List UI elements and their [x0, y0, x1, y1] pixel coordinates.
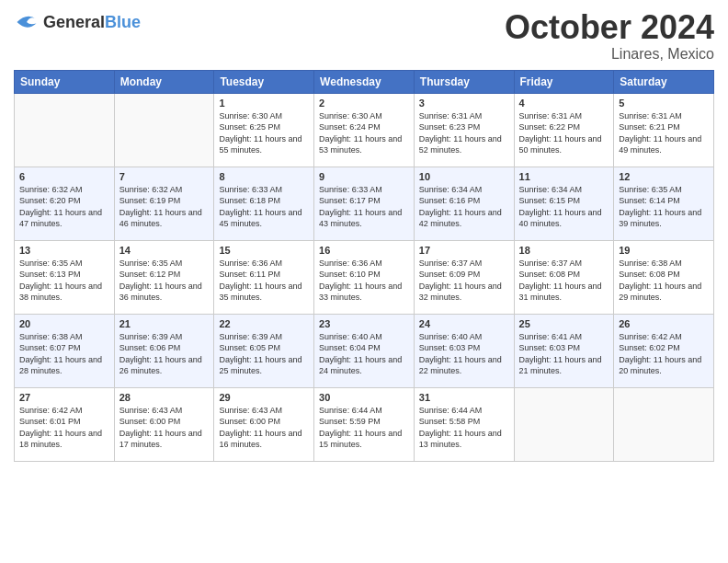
header-saturday: Saturday [614, 70, 714, 93]
day-detail: Sunset: 6:07 PM [19, 343, 81, 352]
logo-icon [14, 9, 40, 35]
day-info: Sunrise: 6:44 AMSunset: 5:58 PMDaylight:… [419, 405, 509, 451]
day-detail: Sunrise: 6:35 AM [19, 259, 83, 268]
day-info: Sunrise: 6:38 AMSunset: 6:08 PMDaylight:… [619, 258, 709, 304]
day-detail: Sunset: 6:19 PM [119, 196, 181, 205]
day-number: 29 [219, 392, 309, 403]
day-info: Sunrise: 6:44 AMSunset: 5:59 PMDaylight:… [319, 405, 409, 451]
day-detail: Sunset: 6:04 PM [319, 343, 381, 352]
day-detail: Daylight: 11 hours and 53 minutes. [319, 134, 402, 155]
day-info: Sunrise: 6:39 AMSunset: 6:05 PMDaylight:… [219, 331, 309, 377]
day-info: Sunrise: 6:33 AMSunset: 6:18 PMDaylight:… [219, 184, 309, 230]
day-detail: Sunrise: 6:38 AM [19, 332, 83, 341]
day-detail: Daylight: 11 hours and 45 minutes. [219, 208, 301, 229]
table-row: 6Sunrise: 6:32 AMSunset: 6:20 PMDaylight… [15, 167, 115, 240]
day-detail: Sunrise: 6:35 AM [119, 259, 183, 268]
day-info: Sunrise: 6:35 AMSunset: 6:14 PMDaylight:… [619, 184, 709, 230]
day-number: 26 [619, 318, 709, 329]
day-detail: Daylight: 11 hours and 32 minutes. [419, 282, 502, 303]
day-detail: Daylight: 11 hours and 22 minutes. [419, 355, 502, 376]
day-detail: Sunrise: 6:44 AM [419, 406, 483, 415]
day-detail: Sunset: 6:03 PM [519, 343, 581, 352]
day-number: 21 [119, 318, 210, 329]
day-detail: Sunset: 6:18 PM [219, 196, 280, 205]
day-info: Sunrise: 6:31 AMSunset: 6:23 PMDaylight:… [419, 110, 509, 156]
table-row: 2Sunrise: 6:30 AMSunset: 6:24 PMDaylight… [314, 93, 415, 167]
table-row [15, 93, 115, 167]
day-detail: Sunrise: 6:41 AM [519, 332, 583, 341]
day-detail: Daylight: 11 hours and 39 minutes. [619, 208, 701, 229]
table-row: 29Sunrise: 6:43 AMSunset: 6:00 PMDayligh… [214, 387, 314, 461]
day-number: 9 [319, 171, 409, 182]
table-row: 30Sunrise: 6:44 AMSunset: 5:59 PMDayligh… [314, 387, 415, 461]
day-detail: Daylight: 11 hours and 40 minutes. [519, 208, 602, 229]
day-info: Sunrise: 6:36 AMSunset: 6:11 PMDaylight:… [219, 258, 309, 304]
day-detail: Daylight: 11 hours and 21 minutes. [519, 355, 602, 376]
day-detail: Daylight: 11 hours and 43 minutes. [319, 208, 402, 229]
day-detail: Sunset: 5:59 PM [319, 417, 381, 426]
day-detail: Sunrise: 6:38 AM [619, 259, 682, 268]
day-info: Sunrise: 6:38 AMSunset: 6:07 PMDaylight:… [19, 331, 109, 377]
day-detail: Sunrise: 6:33 AM [319, 185, 382, 194]
day-info: Sunrise: 6:30 AMSunset: 6:24 PMDaylight:… [319, 110, 409, 156]
day-number: 14 [119, 245, 210, 256]
header: GeneralBlue October 2024 Linares, Mexico [14, 9, 714, 63]
day-detail: Sunset: 6:11 PM [219, 270, 280, 279]
day-detail: Sunset: 6:13 PM [19, 270, 81, 279]
day-detail: Sunrise: 6:42 AM [19, 406, 83, 415]
table-row: 3Sunrise: 6:31 AMSunset: 6:23 PMDaylight… [414, 93, 514, 167]
header-tuesday: Tuesday [214, 70, 314, 93]
location-title: Linares, Mexico [505, 46, 714, 63]
table-row: 7Sunrise: 6:32 AMSunset: 6:19 PMDaylight… [114, 167, 214, 240]
day-detail: Daylight: 11 hours and 17 minutes. [119, 429, 202, 450]
day-detail: Daylight: 11 hours and 24 minutes. [319, 355, 402, 376]
header-sunday: Sunday [15, 70, 115, 93]
calendar-week-row: 6Sunrise: 6:32 AMSunset: 6:20 PMDaylight… [15, 167, 714, 240]
day-info: Sunrise: 6:37 AMSunset: 6:08 PMDaylight:… [519, 258, 609, 304]
day-detail: Daylight: 11 hours and 31 minutes. [519, 282, 602, 303]
calendar: Sunday Monday Tuesday Wednesday Thursday… [14, 70, 714, 462]
day-detail: Daylight: 11 hours and 20 minutes. [619, 355, 701, 376]
day-number: 30 [319, 392, 409, 403]
day-detail: Sunrise: 6:42 AM [619, 332, 682, 341]
day-detail: Sunset: 6:22 PM [519, 122, 581, 132]
day-detail: Sunrise: 6:44 AM [319, 406, 382, 415]
day-number: 11 [519, 171, 609, 182]
day-detail: Sunset: 6:06 PM [119, 343, 181, 352]
day-detail: Sunrise: 6:31 AM [419, 111, 483, 121]
day-detail: Sunrise: 6:36 AM [319, 259, 382, 268]
day-detail: Sunrise: 6:34 AM [419, 185, 483, 194]
day-info: Sunrise: 6:40 AMSunset: 6:04 PMDaylight:… [319, 331, 409, 377]
day-detail: Sunset: 6:00 PM [119, 417, 181, 426]
table-row: 4Sunrise: 6:31 AMSunset: 6:22 PMDaylight… [514, 93, 614, 167]
table-row: 28Sunrise: 6:43 AMSunset: 6:00 PMDayligh… [114, 387, 214, 461]
day-detail: Sunrise: 6:34 AM [519, 185, 583, 194]
day-info: Sunrise: 6:31 AMSunset: 6:21 PMDaylight:… [619, 110, 709, 156]
day-detail: Sunrise: 6:40 AM [319, 332, 382, 341]
day-info: Sunrise: 6:43 AMSunset: 6:00 PMDaylight:… [219, 405, 309, 451]
day-detail: Daylight: 11 hours and 13 minutes. [419, 429, 502, 450]
day-number: 8 [219, 171, 309, 182]
table-row: 11Sunrise: 6:34 AMSunset: 6:15 PMDayligh… [514, 167, 614, 240]
day-number: 15 [219, 245, 309, 256]
header-friday: Friday [514, 70, 614, 93]
day-detail: Daylight: 11 hours and 33 minutes. [319, 282, 402, 303]
table-row [114, 93, 214, 167]
day-detail: Sunset: 6:02 PM [619, 343, 680, 352]
day-info: Sunrise: 6:35 AMSunset: 6:12 PMDaylight:… [119, 258, 210, 304]
day-detail: Sunrise: 6:33 AM [219, 185, 282, 194]
day-detail: Sunset: 6:00 PM [219, 417, 280, 426]
day-number: 31 [419, 392, 509, 403]
day-detail: Sunset: 6:08 PM [519, 270, 581, 279]
header-thursday: Thursday [414, 70, 514, 93]
day-info: Sunrise: 6:32 AMSunset: 6:19 PMDaylight:… [119, 184, 210, 230]
logo: GeneralBlue [14, 9, 141, 35]
day-info: Sunrise: 6:43 AMSunset: 6:00 PMDaylight:… [119, 405, 210, 451]
table-row: 13Sunrise: 6:35 AMSunset: 6:13 PMDayligh… [15, 240, 115, 314]
calendar-header-row: Sunday Monday Tuesday Wednesday Thursday… [15, 70, 714, 93]
day-detail: Sunrise: 6:37 AM [519, 259, 583, 268]
calendar-week-row: 1Sunrise: 6:30 AMSunset: 6:25 PMDaylight… [15, 93, 714, 167]
day-detail: Daylight: 11 hours and 18 minutes. [19, 429, 102, 450]
day-detail: Daylight: 11 hours and 16 minutes. [219, 429, 301, 450]
day-detail: Daylight: 11 hours and 50 minutes. [519, 134, 602, 155]
